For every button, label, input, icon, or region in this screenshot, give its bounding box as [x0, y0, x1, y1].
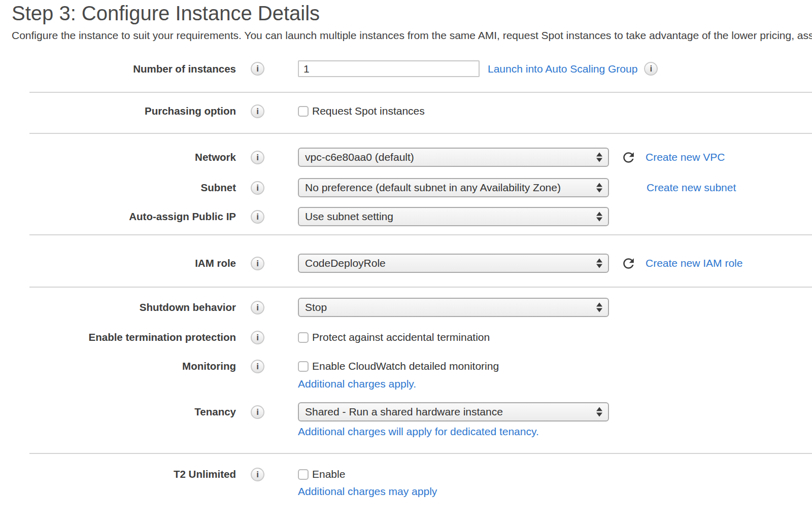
protect-against-termination-label: Protect against accidental termination — [312, 331, 490, 343]
row-t2-unlimited: T2 Unlimited i Enable — [0, 468, 812, 481]
info-icon[interactable]: i — [251, 104, 264, 118]
divider — [29, 453, 812, 454]
row-monitoring: Monitoring i Enable CloudWatch detailed … — [0, 360, 812, 373]
subnet-label: Subnet — [0, 178, 236, 197]
create-new-iam-role-link[interactable]: Create new IAM role — [646, 257, 742, 269]
page-subtitle: Configure the instance to suit your requ… — [12, 29, 812, 42]
row-auto-assign-public-ip: Auto-assign Public IP i Use subnet setti… — [0, 207, 812, 226]
select-arrows-icon — [596, 259, 602, 268]
network-label: Network — [0, 148, 236, 167]
request-spot-instances-checkbox[interactable] — [298, 106, 309, 117]
network-select[interactable]: vpc-c6e80aa0 (default) — [298, 148, 609, 167]
info-icon[interactable]: i — [251, 331, 264, 344]
shutdown-behavior-select[interactable]: Stop — [298, 298, 609, 317]
tenancy-additional-charges-link[interactable]: Additional charges will apply for dedica… — [298, 426, 539, 437]
row-number-of-instances: Number of instances i Launch into Auto S… — [0, 60, 812, 77]
info-icon[interactable]: i — [251, 405, 264, 419]
divider — [29, 287, 812, 288]
monitoring-additional-charges-link[interactable]: Additional charges apply. — [298, 378, 416, 390]
shutdown-behavior-label: Shutdown behavior — [0, 298, 236, 317]
create-new-vpc-link[interactable]: Create new VPC — [646, 151, 725, 163]
subnet-select-value: No preference (default subnet in any Ava… — [305, 182, 591, 194]
tenancy-label: Tenancy — [0, 402, 236, 421]
enable-cloudwatch-monitoring-checkbox[interactable] — [298, 361, 309, 372]
info-icon[interactable]: i — [251, 360, 264, 373]
info-icon[interactable]: i — [644, 62, 658, 76]
info-icon[interactable]: i — [251, 468, 264, 481]
auto-assign-public-ip-label: Auto-assign Public IP — [0, 207, 236, 226]
select-arrows-icon — [596, 183, 602, 193]
row-network: Network i vpc-c6e80aa0 (default) Create … — [0, 148, 812, 167]
t2-additional-charges-link[interactable]: Additional charges may apply — [298, 485, 437, 497]
divider — [29, 234, 812, 235]
enable-cloudwatch-monitoring-label: Enable CloudWatch detailed monitoring — [312, 360, 499, 372]
divider — [29, 133, 812, 134]
subnet-select[interactable]: No preference (default subnet in any Ava… — [298, 178, 609, 197]
info-icon[interactable]: i — [251, 301, 264, 314]
iam-role-select[interactable]: CodeDeployRole — [298, 254, 609, 273]
info-icon[interactable]: i — [251, 62, 264, 76]
number-of-instances-input[interactable] — [298, 60, 480, 77]
number-of-instances-label: Number of instances — [0, 60, 236, 77]
refresh-icon[interactable] — [621, 150, 636, 165]
info-icon[interactable]: i — [251, 257, 264, 270]
t2-unlimited-enable-label: Enable — [312, 468, 345, 480]
monitoring-label: Monitoring — [0, 360, 236, 373]
shutdown-behavior-select-value: Stop — [305, 301, 591, 313]
select-arrows-icon — [596, 153, 602, 162]
row-termination-protection: Enable termination protection i Protect … — [0, 331, 812, 344]
launch-into-auto-scaling-group-link[interactable]: Launch into Auto Scaling Group — [488, 63, 637, 75]
info-icon[interactable]: i — [251, 181, 264, 195]
info-icon[interactable]: i — [251, 151, 264, 164]
create-new-subnet-link[interactable]: Create new subnet — [647, 182, 736, 194]
iam-role-select-value: CodeDeployRole — [305, 257, 591, 269]
info-icon[interactable]: i — [251, 210, 264, 224]
row-iam-role: IAM role i CodeDeployRole Create new IAM… — [0, 254, 812, 273]
tenancy-select-value: Shared - Run a shared hardware instance — [305, 406, 591, 418]
tenancy-select[interactable]: Shared - Run a shared hardware instance — [298, 402, 609, 421]
refresh-icon[interactable] — [621, 256, 636, 271]
row-purchasing-option: Purchasing option i Request Spot instanc… — [0, 104, 812, 118]
purchasing-option-label: Purchasing option — [0, 104, 236, 118]
divider — [29, 92, 812, 93]
request-spot-instances-label: Request Spot instances — [312, 105, 425, 117]
select-arrows-icon — [596, 407, 602, 417]
row-shutdown-behavior: Shutdown behavior i Stop — [0, 298, 812, 317]
auto-assign-public-ip-select-value: Use subnet setting — [305, 210, 591, 223]
iam-role-label: IAM role — [0, 254, 236, 273]
select-arrows-icon — [596, 303, 602, 312]
select-arrows-icon — [596, 212, 602, 222]
row-subnet: Subnet i No preference (default subnet i… — [0, 178, 812, 197]
auto-assign-public-ip-select[interactable]: Use subnet setting — [298, 207, 609, 226]
network-select-value: vpc-c6e80aa0 (default) — [305, 151, 591, 163]
row-tenancy: Tenancy i Shared - Run a shared hardware… — [0, 402, 812, 421]
page-title: Step 3: Configure Instance Details — [12, 2, 320, 25]
protect-against-termination-checkbox[interactable] — [298, 332, 309, 343]
t2-unlimited-label: T2 Unlimited — [0, 468, 236, 481]
t2-unlimited-enable-checkbox[interactable] — [298, 469, 309, 480]
termination-protection-label: Enable termination protection — [0, 331, 236, 344]
